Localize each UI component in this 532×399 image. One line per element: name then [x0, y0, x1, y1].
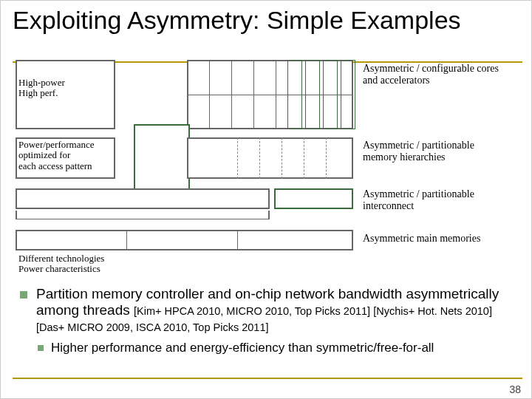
- dash-line: [237, 137, 238, 179]
- bullet-square-icon: [20, 291, 27, 299]
- accel-box: [323, 60, 338, 129]
- slide: Exploiting Asymmetry: Simple Examples Hi…: [0, 0, 532, 399]
- label-main-mem: Asymmetric main memories: [363, 233, 518, 245]
- mem-vline: [126, 230, 127, 250]
- bullet-item-1: Partition memory controller and on-chip …: [20, 286, 518, 335]
- accel-box: [287, 60, 302, 129]
- accel-box: [305, 60, 320, 129]
- dash-line: [282, 137, 282, 179]
- main-memory-box: [16, 230, 353, 250]
- page-number: 38: [509, 383, 521, 395]
- label-mem-hier: Asymmetric / partitionable memory hierar…: [363, 140, 511, 163]
- architecture-diagram: High-power High perf. Asymmetric / confi…: [16, 60, 518, 282]
- bullet-1-content: Partition memory controller and on-chip …: [36, 286, 518, 335]
- label-mem-hier-left: Power/performance optimized for each acc…: [18, 140, 118, 171]
- slide-title: Exploiting Asymmetry: Simple Examples: [1, 1, 531, 34]
- grid-vline: [276, 60, 276, 129]
- bullet-item-2: Higher performance and energy-efficiency…: [38, 341, 518, 355]
- label-interconnect: Asymmetric / partitionable interconnect: [363, 188, 511, 212]
- grid-vline: [209, 60, 210, 129]
- bullet-square-icon: [38, 345, 44, 351]
- label-main-mem-left: Different technologies Power characteris…: [18, 253, 166, 275]
- grid-vline: [253, 60, 254, 129]
- interconnect-under: [16, 211, 270, 219]
- mem-vline: [237, 230, 238, 250]
- mem-hier-box-right: [187, 137, 353, 179]
- dash-line: [304, 137, 304, 179]
- grid-vline: [231, 60, 232, 129]
- accel-box: [341, 60, 355, 129]
- label-highpower: High-power High perf.: [18, 78, 115, 99]
- bullet-list: Partition memory controller and on-chip …: [20, 286, 518, 355]
- interconnect-box-right: [274, 188, 353, 209]
- dash-line: [259, 137, 260, 179]
- footer-divider: [13, 378, 522, 379]
- bullet-2-text: Higher performance and energy-efficiency…: [51, 341, 434, 355]
- interconnect-box-left: [16, 188, 270, 209]
- dash-line: [326, 137, 327, 179]
- label-cores: Asymmetric / configurable cores and acce…: [363, 63, 511, 86]
